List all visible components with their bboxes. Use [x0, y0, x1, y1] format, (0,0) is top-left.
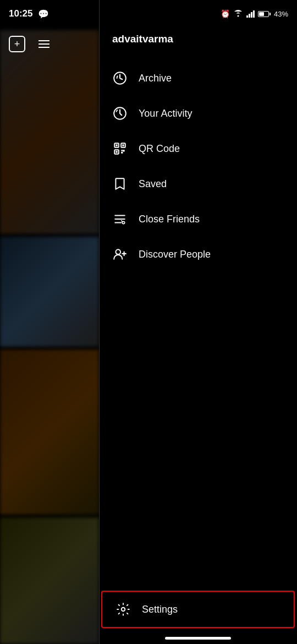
menu-item-saved[interactable]: Saved: [99, 166, 297, 201]
settings-label: Settings: [142, 604, 178, 615]
discover-people-label: Discover People: [139, 249, 211, 260]
status-bar: 10:25 💬 ⏰ 43%: [0, 0, 297, 28]
qr-icon: [112, 141, 128, 156]
activity-label: Your Activity: [139, 108, 192, 119]
saved-label: Saved: [139, 178, 167, 190]
menu-item-qr-code[interactable]: QR Code: [99, 131, 297, 166]
hamburger-menu-icon[interactable]: [38, 40, 50, 48]
discover-people-icon: [112, 247, 128, 262]
svg-point-15: [122, 608, 125, 612]
panel-separator: [99, 0, 100, 644]
close-friends-icon: [112, 211, 128, 227]
menu-item-your-activity[interactable]: Your Activity: [99, 96, 297, 131]
whatsapp-icon: 💬: [38, 9, 49, 19]
wifi-icon: [233, 9, 243, 19]
svg-rect-4: [116, 144, 117, 146]
archive-icon: [112, 70, 128, 86]
svg-line-11: [122, 221, 123, 222]
svg-point-10: [122, 221, 124, 223]
menu-items-list: Archive Your Activity: [99, 56, 297, 328]
status-right-icons: ⏰ 43%: [221, 9, 288, 19]
saved-icon: [112, 176, 128, 192]
new-post-icon[interactable]: +: [9, 36, 25, 52]
home-indicator: [165, 637, 231, 640]
username-label: advaitvarma: [112, 33, 173, 45]
close-friends-label: Close Friends: [139, 214, 200, 225]
status-time: 10:25: [9, 8, 32, 19]
svg-point-12: [116, 249, 120, 254]
menu-spacer: [99, 328, 297, 591]
battery-percentage: 43%: [274, 10, 288, 18]
settings-icon: [116, 602, 131, 617]
activity-icon: [112, 106, 128, 121]
qr-label: QR Code: [139, 143, 180, 155]
svg-rect-6: [116, 151, 117, 152]
svg-rect-5: [122, 144, 124, 146]
alarm-icon: ⏰: [221, 9, 230, 18]
menu-item-archive[interactable]: Archive: [99, 61, 297, 96]
right-menu-panel: advaitvarma Archive Y: [99, 0, 297, 644]
signal-icon: [246, 10, 255, 18]
menu-item-discover-people[interactable]: Discover People: [99, 237, 297, 272]
settings-bar[interactable]: Settings: [101, 591, 295, 628]
menu-item-close-friends[interactable]: Close Friends: [99, 201, 297, 237]
battery-icon: [258, 11, 271, 17]
archive-label: Archive: [139, 73, 172, 84]
